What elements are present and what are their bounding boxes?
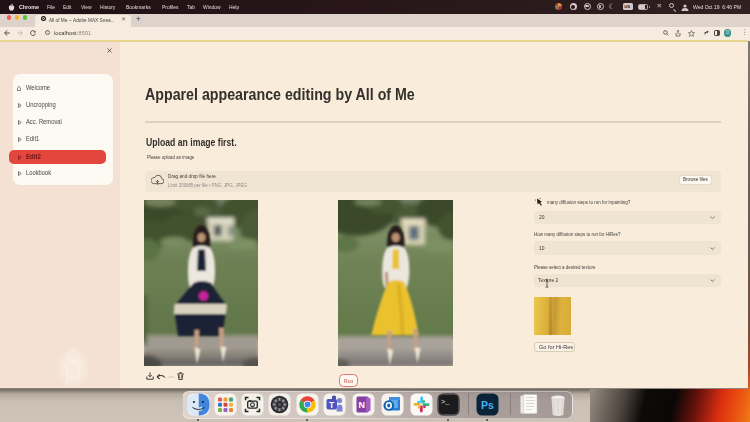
svg-text:Ps: Ps <box>481 399 494 411</box>
svg-text:>_: >_ <box>441 398 450 406</box>
svg-text:T: T <box>329 400 335 410</box>
svg-text:N: N <box>358 400 365 410</box>
